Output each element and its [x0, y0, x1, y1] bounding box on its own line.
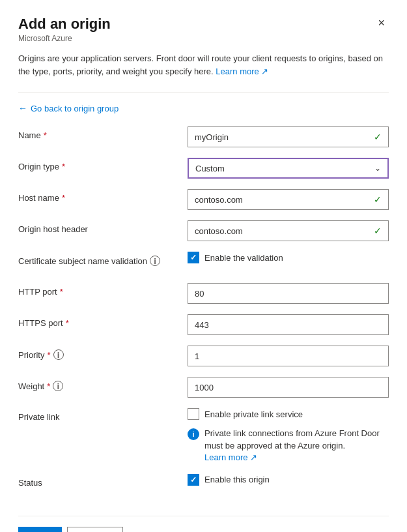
priority-info-icon[interactable]: i: [53, 349, 64, 360]
status-control: ✓ Enable this origin: [188, 474, 389, 486]
header-divider: [18, 92, 389, 93]
cert-validation-control: ✓ Enable the validation: [188, 252, 389, 263]
private-link-label: Private link: [18, 408, 188, 422]
add-origin-panel: Add an origin Microsoft Azure × Origins …: [0, 0, 407, 532]
add-button[interactable]: Add: [18, 527, 62, 532]
cert-validation-row: Certificate subject name validation i ✓ …: [18, 252, 389, 273]
description-body: Origins are your application servers. Fr…: [18, 53, 383, 76]
name-check-icon: ✓: [374, 132, 382, 142]
panel-title: Add an origin: [18, 16, 111, 33]
host-name-label: Host name *: [18, 189, 188, 203]
https-port-input[interactable]: 443: [188, 314, 389, 335]
http-port-input[interactable]: 80: [188, 283, 389, 304]
origin-type-required: *: [62, 162, 65, 171]
close-button[interactable]: ×: [374, 16, 389, 30]
origin-type-control: Custom ⌄: [188, 158, 389, 179]
origin-type-label: Origin type *: [18, 158, 188, 171]
status-check-icon: ✓: [190, 475, 197, 484]
http-port-control: 80: [188, 283, 389, 304]
http-port-label: HTTP port *: [18, 283, 188, 297]
cert-check-icon: ✓: [190, 253, 197, 262]
learn-more-link-private[interactable]: Learn more ↗: [204, 452, 257, 462]
priority-required: *: [47, 350, 50, 360]
origin-host-header-value: contoso.com: [195, 226, 243, 236]
panel-footer: Add Cancel: [18, 516, 389, 532]
host-name-select[interactable]: contoso.com ✓: [188, 189, 389, 210]
private-link-control: Enable private link service i Private li…: [188, 408, 389, 464]
cert-checkbox[interactable]: ✓: [188, 252, 199, 263]
private-link-info-circle: i: [188, 428, 199, 440]
name-label: Name *: [18, 126, 188, 140]
cancel-button[interactable]: Cancel: [67, 527, 123, 532]
origin-type-value: Custom: [195, 164, 225, 173]
name-required: *: [44, 130, 47, 140]
https-port-label: HTTPS port *: [18, 314, 188, 328]
status-label: Status: [18, 474, 188, 488]
weight-input[interactable]: 1000: [188, 377, 389, 398]
host-name-control: contoso.com ✓: [188, 189, 389, 210]
host-name-row: Host name * contoso.com ✓: [18, 189, 389, 210]
back-link-label: Go back to origin group: [31, 104, 119, 113]
host-name-required: *: [62, 193, 65, 203]
panel-subtitle: Microsoft Azure: [18, 34, 111, 43]
priority-input[interactable]: 1: [188, 346, 389, 366]
private-link-info-box: i Private link connections from Azure Fr…: [188, 428, 389, 464]
status-checkbox-label: Enable this origin: [204, 475, 270, 484]
status-checkbox-row: ✓ Enable this origin: [188, 474, 389, 486]
back-arrow-icon: ←: [18, 103, 27, 113]
priority-row: Priority * i 1: [18, 346, 389, 366]
https-port-row: HTTPS port * 443: [18, 314, 389, 335]
private-link-row: Private link Enable private link service…: [18, 408, 389, 464]
priority-label: Priority * i: [18, 346, 188, 360]
back-to-origin-group-link[interactable]: ← Go back to origin group: [18, 103, 389, 113]
cert-info-icon[interactable]: i: [150, 256, 160, 266]
name-control: myOrigin ✓: [188, 126, 389, 147]
weight-info-icon[interactable]: i: [53, 381, 63, 391]
weight-control: 1000: [188, 377, 389, 398]
learn-more-link-header[interactable]: Learn more ↗: [216, 66, 268, 76]
host-name-check-icon: ✓: [374, 194, 382, 205]
priority-control: 1: [188, 346, 389, 366]
origin-host-header-row: Origin host header contoso.com ✓: [18, 220, 389, 241]
private-link-checkbox[interactable]: [188, 408, 199, 420]
cert-validation-label: Certificate subject name validation i: [18, 252, 188, 266]
private-link-checkbox-row: Enable private link service: [188, 408, 389, 420]
origin-type-chevron-icon: ⌄: [374, 164, 381, 173]
title-area: Add an origin Microsoft Azure: [18, 16, 111, 51]
https-port-required: *: [66, 318, 69, 328]
description-text: Origins are your application servers. Fr…: [18, 52, 389, 78]
https-port-control: 443: [188, 314, 389, 335]
origin-host-header-select[interactable]: contoso.com ✓: [188, 220, 389, 241]
weight-label: Weight * i: [18, 377, 188, 391]
form-body: Name * myOrigin ✓ Origin type * Custom ⌄: [18, 126, 389, 505]
panel-header: Add an origin Microsoft Azure ×: [18, 16, 389, 51]
weight-row: Weight * i 1000: [18, 377, 389, 398]
cert-checkbox-label: Enable the validation: [204, 253, 283, 263]
cert-checkbox-row: ✓ Enable the validation: [188, 252, 389, 263]
name-select[interactable]: myOrigin ✓: [188, 126, 389, 147]
private-link-info-text: Private link connections from Azure Fron…: [204, 428, 389, 464]
name-row: Name * myOrigin ✓: [18, 126, 389, 147]
origin-host-header-label: Origin host header: [18, 220, 188, 234]
origin-host-header-control: contoso.com ✓: [188, 220, 389, 241]
host-name-value: contoso.com: [195, 195, 243, 205]
status-row: Status ✓ Enable this origin: [18, 474, 389, 495]
name-value: myOrigin: [195, 132, 229, 142]
http-port-row: HTTP port * 80: [18, 283, 389, 304]
weight-required: *: [47, 381, 50, 391]
http-port-required: *: [60, 287, 63, 297]
origin-type-row: Origin type * Custom ⌄: [18, 158, 389, 179]
status-checkbox[interactable]: ✓: [188, 474, 199, 486]
private-link-checkbox-label: Enable private link service: [204, 409, 303, 419]
origin-host-header-check-icon: ✓: [374, 226, 382, 236]
origin-type-select[interactable]: Custom ⌄: [188, 158, 389, 179]
